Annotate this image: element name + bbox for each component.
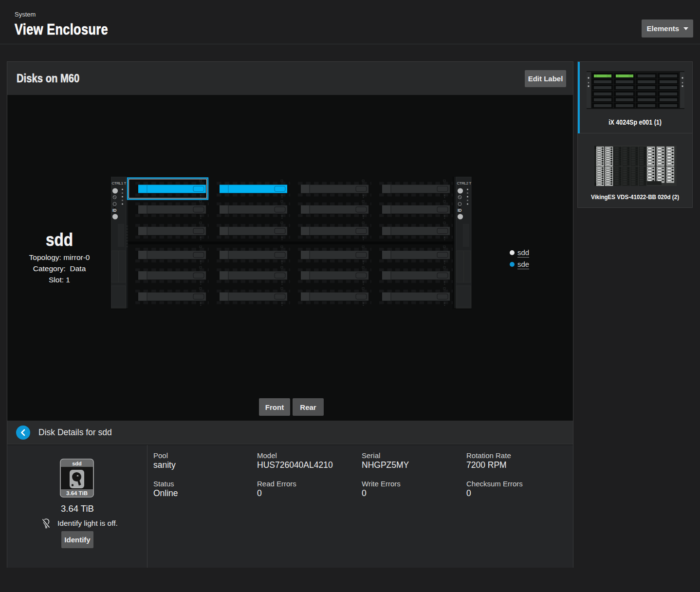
svg-text:CTRL2 T: CTRL2 T <box>457 181 472 185</box>
svg-text:3.64 TiB: 3.64 TiB <box>66 490 88 496</box>
svg-text:CTRL1 T: CTRL1 T <box>112 181 127 185</box>
svg-text:sdd: sdd <box>72 461 82 466</box>
svg-text:ID: ID <box>458 208 462 213</box>
svg-text:ID: ID <box>112 208 117 213</box>
